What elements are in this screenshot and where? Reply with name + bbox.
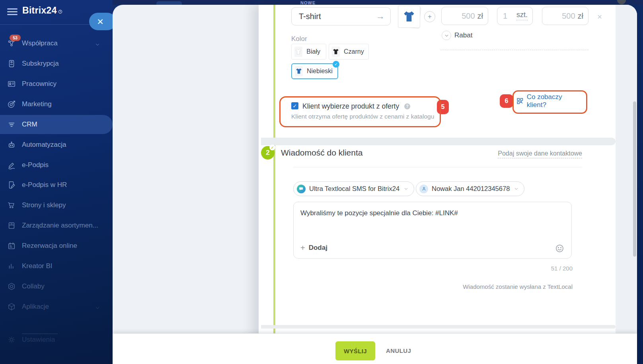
sidebar-item-label: Kreator BI: [22, 262, 53, 270]
sms-provider-select[interactable]: Ultra Textlocal SMS for Bitrix24: [293, 181, 414, 196]
sidebar: Bitrix24 Współpraca 53 Subskrypcja Praco…: [0, 0, 113, 364]
sidebar-item-label: e-Podpis w HR: [22, 181, 67, 189]
sidebar-item-kreator-bi[interactable]: Kreator BI: [0, 257, 113, 276]
add-placeholder-button[interactable]: + Dodaj: [300, 244, 327, 252]
section-title: Wiadomość do klienta: [281, 148, 362, 158]
add-placeholder-label: Dodaj: [309, 244, 327, 252]
tutorial-badge-5: 5: [437, 100, 449, 114]
screen: NOWE Bitrix24 Współpraca 53 Subskrypcja …: [0, 0, 643, 364]
quantity-input[interactable]: 1 szt.: [497, 7, 533, 25]
quantity-unit[interactable]: szt.: [516, 11, 528, 20]
black-tshirt-icon: [332, 47, 340, 57]
sidebar-item-label: Aplikacje: [22, 303, 49, 311]
product-name-value: T-shirt: [299, 12, 321, 21]
sms-provider-value: Ultra Textlocal SMS for Bitrix24: [309, 185, 399, 193]
emoji-picker-icon[interactable]: [555, 244, 564, 253]
tshirt-image: [401, 9, 417, 24]
inventory-box-icon: [7, 221, 16, 230]
sidebar-item-ustawienia[interactable]: Ustawienia: [0, 330, 113, 349]
message-textarea[interactable]: Wybraliśmy te pozycje specjalnie dla Cie…: [293, 202, 572, 259]
product-photo[interactable]: [398, 6, 420, 28]
section-gap: [261, 138, 616, 145]
sidebar-item-subskrypcja[interactable]: Subskrypcja: [0, 54, 113, 73]
tutorial-badge-6: 6: [500, 94, 513, 108]
sidebar-item-crm[interactable]: CRM: [0, 115, 113, 134]
sidebar-item-label: Marketing: [22, 100, 52, 108]
discount-chevron-icon[interactable]: [442, 31, 451, 40]
contact-details-link[interactable]: Podaj swoje dane kontaktowe: [498, 150, 582, 158]
sidebar-item-e-podpis-hr[interactable]: e-Podpis w HR: [0, 175, 113, 195]
price-input[interactable]: 500zł: [441, 7, 488, 25]
sidebar-item-label: e-Podpis: [22, 161, 49, 169]
calendar-icon: [7, 241, 16, 250]
background-topbar: NOWE: [113, 0, 643, 5]
sidebar-item-collaby[interactable]: Collaby: [0, 277, 113, 296]
marketing-icon: [7, 100, 16, 109]
section-gap: [261, 325, 616, 329]
slider-panel: T-shirt → + 500zł 1 szt. 500zł × Rabat K…: [259, 5, 637, 364]
sidebar-item-pracownicy[interactable]: Pracownicy: [0, 74, 113, 93]
remove-product-icon[interactable]: ×: [597, 12, 602, 21]
char-counter: 51 / 200: [551, 265, 573, 272]
sidebar-item-marketing[interactable]: Marketing: [0, 95, 113, 114]
white-tshirt-icon: [294, 47, 302, 57]
chevron-down-icon: [514, 187, 518, 191]
chevron-down-icon: [95, 304, 100, 312]
message-text: Wybraliśmy te pozycje specjalnie dla Cie…: [300, 209, 458, 217]
provider-footnote: Wiadomość zostanie wysłana z TextLocal: [463, 283, 573, 290]
sidebar-item-zarzadzanie-asortymentem[interactable]: Zarządzanie asortymen...: [0, 216, 113, 235]
lime-accent-line: [273, 5, 275, 333]
price-value: 500: [462, 12, 475, 20]
price-currency: zł: [477, 12, 483, 20]
sidebar-item-e-podpis[interactable]: e-Podpis: [0, 156, 113, 175]
chevron-down-icon: [95, 41, 100, 49]
sidebar-item-label: Strony i sklepy: [22, 201, 66, 209]
color-label: Kolor: [291, 35, 307, 43]
app-logo[interactable]: Bitrix24: [22, 5, 62, 16]
cancel-button[interactable]: ANULUJ: [386, 341, 411, 360]
sidebar-item-automatyzacja[interactable]: Automatyzacja: [0, 135, 113, 154]
crm-icon: [7, 120, 16, 129]
color-chip-niebieski[interactable]: Niebieski: [291, 63, 338, 79]
automation-robot-icon: [7, 140, 16, 149]
client-choice-checkbox[interactable]: ✓: [291, 102, 298, 109]
color-chip-bialy[interactable]: Biały: [291, 44, 326, 60]
blue-tshirt-icon: [295, 66, 303, 76]
sidebar-item-aplikacje[interactable]: Aplikacje: [0, 297, 113, 316]
footer-bar: WYŚLIJ ANULUJ: [113, 333, 637, 364]
discount-label[interactable]: Rabat: [454, 31, 472, 39]
employees-icon: [7, 80, 16, 88]
sender-select[interactable]: Nowak Jan 442012345678: [416, 181, 524, 196]
menu-hamburger-icon[interactable]: [7, 8, 18, 16]
close-icon: ✕: [97, 18, 104, 26]
sidebar-item-label: Automatyzacja: [22, 141, 66, 149]
chevron-down-icon: [404, 187, 408, 191]
sidebar-item-label: Collaby: [22, 282, 45, 290]
subscription-icon: [7, 59, 16, 68]
add-photo-button[interactable]: +: [424, 11, 435, 22]
sidebar-item-rezerwacja-online[interactable]: Rezerwacja online: [0, 236, 113, 255]
color-chip-czarny[interactable]: Czarny: [329, 44, 369, 60]
total-currency: zł: [578, 12, 583, 20]
send-button[interactable]: WYŚLIJ: [335, 341, 375, 360]
sidebar-item-label: Zarządzanie asortymen...: [22, 222, 98, 230]
sidebar-item-wspolpraca[interactable]: Współpraca 53: [0, 34, 113, 53]
help-icon[interactable]: ?: [404, 103, 410, 109]
step-complete-check-icon: ✓: [269, 144, 275, 150]
client-preview-button[interactable]: Co zobaczy klient?: [516, 93, 583, 109]
total-input[interactable]: 500zł: [542, 7, 588, 25]
product-name-input[interactable]: T-shirt →: [291, 7, 391, 25]
sidebar-close-button[interactable]: ✕: [89, 13, 116, 30]
sender-value: Nowak Jan 442012345678: [432, 185, 510, 193]
sidebar-item-label: Współpraca: [22, 39, 58, 47]
sms-provider-icon: [297, 185, 306, 193]
document-pen-icon: [7, 181, 16, 189]
background-button-glow: [156, 1, 182, 5]
arrow-right-icon[interactable]: →: [376, 8, 385, 25]
scrollbar-thumb[interactable]: [633, 101, 636, 257]
client-choice-label[interactable]: Klient wybierze produkt z oferty: [302, 102, 399, 111]
sidebar-item-strony-i-sklepy[interactable]: Strony i sklepy: [0, 196, 113, 215]
total-value: 500: [562, 12, 575, 20]
tutorial-highlight-5: [279, 96, 441, 127]
gear-icon: [7, 335, 16, 344]
